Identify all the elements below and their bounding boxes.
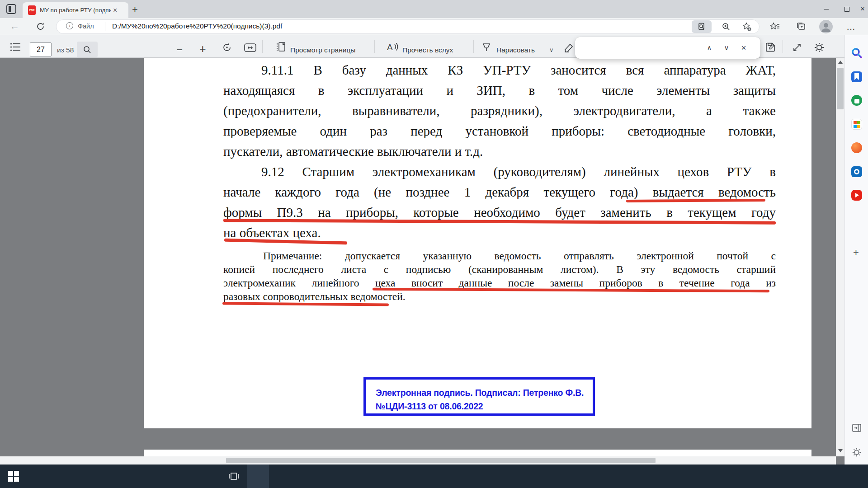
find-on-page-button[interactable] [692,20,712,33]
page-count-label: из 58 [57,46,74,54]
doc-line: находящаяся в эксплуатации и ЗИП, в том … [223,80,776,101]
draw-label[interactable]: Нарисовать [496,46,535,54]
collections-icon [796,22,807,32]
pdf-settings-gear-icon[interactable] [814,42,825,53]
add-favorite-button[interactable] [737,20,757,33]
window-maximize-button[interactable] [836,0,857,18]
ms-square [854,121,857,124]
browser-tab[interactable]: PDF МУ по работе РТУ (подпись)(3) × [23,2,128,18]
open-in-sidebar-icon[interactable] [852,423,862,433]
favorites-button[interactable] [765,20,785,33]
toolbar-separator [374,40,375,53]
refresh-icon[interactable] [36,22,45,31]
doc-line: проверяемые один раз перед установкой пр… [223,121,776,141]
tab-actions-icon[interactable] [6,4,16,14]
doc-line: 9.12 Старшим электромеханикам (руководит… [223,162,776,182]
url-scheme-label: Файл [78,23,94,30]
scroll-up-arrow[interactable] [838,61,843,64]
tab-close-icon[interactable]: × [113,6,117,14]
read-aloud-label[interactable]: Прочесть вслух [402,46,453,54]
svg-text:A: A [387,42,393,52]
toolbar-separator [783,40,783,53]
bag-shape [854,99,859,103]
page-info-icon[interactable]: i [66,22,73,29]
windows-logo-pane [8,477,13,482]
sidebar-app-icon-2[interactable] [851,95,862,106]
doc-line: (предохранители, выравниватели, разрядни… [223,101,776,121]
window-close-button[interactable]: × [857,0,868,18]
doc-line: пускатели, автоматические выключатели и … [223,141,776,162]
windows-logo-pane [14,471,19,476]
sidebar-add-button[interactable]: + [853,247,859,258]
ms-square [857,121,860,124]
table-of-contents-icon[interactable] [10,42,21,52]
sidebar-app-icon-4[interactable] [851,142,862,153]
vertical-scrollbar-thumb[interactable] [837,68,844,109]
zoom-in-button[interactable]: + [199,42,206,56]
windows-logo-pane [8,471,13,476]
fit-to-width-icon[interactable] [244,43,256,52]
zoom-page-button[interactable] [716,20,736,33]
start-button[interactable] [8,471,19,482]
windows-logo-pane [14,477,19,482]
tab-title: МУ по работе РТУ (подпись)(3) [40,7,111,14]
pdf-search-button[interactable] [77,42,98,57]
read-aloud-icon[interactable]: A [386,42,399,52]
url-separator [105,22,105,31]
scroll-down-arrow[interactable] [838,449,843,452]
minimize-icon [824,9,829,9]
vertical-scrollbar[interactable] [836,58,844,456]
avatar-person-icon [819,20,833,33]
find-previous-button[interactable]: ∧ [702,42,717,53]
search-icon [83,45,92,54]
windows-taskbar: Введите здесь текст для поиска [0,465,868,488]
play-shape [855,193,859,197]
close-icon: × [860,5,865,14]
screen: PDF МУ по работе РТУ (подпись)(3) × + × … [0,0,868,488]
ms-square [857,125,860,128]
horizontal-scrollbar-thumb[interactable] [226,458,656,463]
maximize-icon [844,7,849,12]
draw-pen-icon[interactable] [481,42,492,53]
back-button[interactable]: ← [10,21,19,32]
sidebar-app-icon-3[interactable] [851,119,862,130]
page-view-label[interactable]: Просмотр страницы [290,46,355,54]
find-in-document-icon [697,22,706,31]
sidebar-app-icon-outlook[interactable] [851,166,862,177]
title-bar: PDF МУ по работе РТУ (подпись)(3) × + × [0,0,868,18]
pdf-content-area: 9.11.1 В базу данных КЗ УП-РТУ заносится… [0,58,868,465]
rotate-icon[interactable] [222,42,232,53]
find-input[interactable] [580,41,689,55]
zoom-out-button[interactable]: − [176,43,183,56]
toolbar-separator [262,40,263,53]
draw-chevron-icon[interactable]: ∨ [549,47,554,53]
highlighter-icon[interactable] [563,42,575,53]
profile-avatar[interactable] [819,20,833,33]
find-in-page-popup: ∧ ∨ × [575,37,760,59]
find-next-button[interactable]: ∨ [719,42,734,53]
fullscreen-icon[interactable] [792,42,802,52]
edge-sidebar: + [844,35,868,465]
save-icon[interactable] [765,42,776,53]
sidebar-search-icon[interactable] [851,47,863,59]
collections-button[interactable] [791,20,811,33]
page-view-icon[interactable] [275,42,287,52]
url-text[interactable]: D:/МУ%20по%20работе%20РТУ%20(подпись)(3)… [112,22,282,30]
task-view-button[interactable] [229,472,239,481]
signature-line-1: Электронная подпись. Подписал: Петренко … [376,386,593,399]
sidebar-app-icon-video[interactable] [851,190,862,201]
magnifier-plus-icon [722,22,731,31]
star-plus-icon [742,22,752,32]
sidebar-settings-gear-icon[interactable] [852,447,862,457]
outlook-o-shape [854,169,859,174]
doc-note-line: электромеханик линейного цеха вносит дан… [223,276,776,290]
window-minimize-button[interactable] [816,0,836,18]
digital-signature-stamp: Электронная подпись. Подписал: Петренко … [363,377,595,416]
sidebar-app-icon-1[interactable] [851,71,862,82]
new-tab-button[interactable]: + [132,4,138,15]
page-number-input[interactable]: 27 [30,42,52,56]
browser-menu-button[interactable]: … [846,22,856,32]
doc-line: 9.11.1 В базу данных КЗ УП-РТУ заносится… [223,60,776,80]
toolbar-separator [473,40,474,53]
find-close-button[interactable]: × [736,42,751,53]
